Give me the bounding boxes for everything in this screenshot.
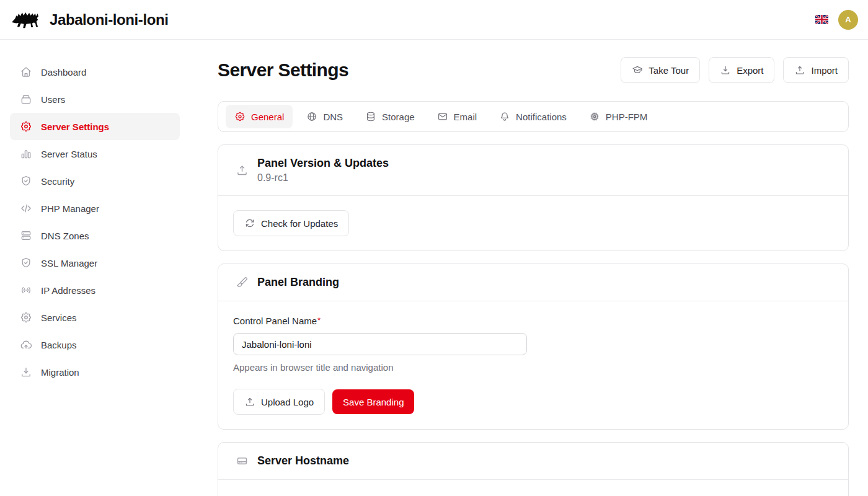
server-hostname-card: Server Hostname Hostname* — [218, 442, 849, 496]
sidebar-item-label: Services — [41, 312, 77, 323]
refresh-icon — [244, 218, 255, 229]
server-stack-icon — [20, 229, 32, 242]
sidebar-item-dns-zones[interactable]: DNS Zones — [10, 222, 180, 249]
home-icon — [20, 66, 32, 78]
sidebar-item-server-status[interactable]: Server Status — [10, 140, 180, 167]
card-title: Server Hostname — [257, 454, 349, 467]
sidebar-item-label: DNS Zones — [41, 231, 89, 241]
cloud-upload-icon — [20, 339, 32, 351]
graduation-cap-icon — [632, 64, 643, 76]
sidebar-item-label: Server Settings — [41, 122, 109, 132]
tab-notifications[interactable]: Notifications — [490, 105, 575, 128]
gear-icon — [20, 311, 32, 324]
user-avatar[interactable]: A — [838, 10, 858, 30]
control-panel-name-input[interactable] — [233, 333, 527, 355]
upload-tray-icon — [244, 396, 255, 407]
sidebar-item-migration[interactable]: Migration — [10, 358, 180, 386]
broadcast-icon — [20, 284, 32, 296]
check-for-updates-button[interactable]: Check for Updates — [233, 210, 349, 236]
sidebar-item-server-settings[interactable]: Server Settings — [10, 113, 180, 140]
top-bar: Jabaloni-loni-loni A — [0, 0, 868, 40]
shield-check-icon — [20, 175, 32, 187]
database-icon — [365, 111, 376, 122]
upload-tray-icon — [236, 164, 249, 177]
sidebar-item-label: IP Addresses — [41, 285, 95, 296]
hard-drive-icon — [236, 454, 249, 467]
sidebar: DashboardUsersServer SettingsServer Stat… — [0, 40, 190, 496]
uk-flag-icon[interactable] — [815, 15, 828, 24]
boar-logo-icon — [10, 7, 42, 32]
sidebar-item-label: PHP Manager — [41, 203, 99, 214]
control-panel-name-label: Control Panel Name* — [233, 316, 321, 326]
sidebar-item-ssl-manager[interactable]: SSL Manager — [10, 249, 180, 277]
tab-storage[interactable]: Storage — [356, 105, 423, 128]
card-title: Panel Version & Updates — [257, 157, 389, 170]
sidebar-item-label: SSL Manager — [41, 258, 97, 268]
take-tour-button[interactable]: Take Tour — [621, 57, 700, 83]
download-tray-icon — [720, 64, 731, 76]
sidebar-item-php-manager[interactable]: PHP Manager — [10, 195, 180, 222]
sidebar-item-security[interactable]: Security — [10, 167, 180, 195]
upload-logo-button[interactable]: Upload Logo — [233, 389, 325, 415]
save-branding-button[interactable]: Save Branding — [332, 389, 414, 414]
bell-icon — [499, 111, 510, 122]
page-actions: Take TourExportImport — [621, 57, 849, 83]
tab-email[interactable]: Email — [428, 105, 486, 128]
sidebar-item-label: Migration — [41, 367, 79, 378]
sidebar-item-dashboard[interactable]: Dashboard — [10, 58, 180, 86]
card-title: Panel Branding — [257, 276, 339, 289]
export-button[interactable]: Export — [709, 57, 774, 83]
sidebar-item-label: Backups — [41, 340, 77, 350]
page-title: Server Settings — [218, 60, 348, 81]
archive-box-icon — [20, 93, 32, 105]
sidebar-item-services[interactable]: Services — [10, 304, 180, 331]
gear-icon — [20, 120, 32, 133]
code-icon — [20, 202, 32, 215]
download-tray-icon — [20, 366, 32, 378]
control-panel-name-help: Appears in browser title and navigation — [233, 362, 833, 373]
main-content: Server Settings Take TourExportImport Ge… — [190, 40, 868, 496]
sidebar-item-users[interactable]: Users — [10, 86, 180, 113]
sidebar-item-label: Server Status — [41, 149, 97, 159]
panel-version-value: 0.9-rc1 — [257, 172, 389, 184]
tab-general[interactable]: General — [226, 105, 293, 128]
envelope-icon — [437, 111, 448, 122]
import-button[interactable]: Import — [783, 57, 849, 83]
sidebar-item-label: Security — [41, 176, 74, 187]
brand-title: Jabaloni-loni-loni — [50, 11, 168, 29]
sidebar-item-ip-addresses[interactable]: IP Addresses — [10, 277, 180, 304]
tab-php-fpm[interactable]: PHP-FPM — [580, 105, 657, 128]
panel-branding-card: Panel Branding Control Panel Name* Appea… — [218, 264, 849, 430]
shield-check-icon — [20, 257, 32, 269]
required-mark: * — [317, 316, 321, 325]
sidebar-item-backups[interactable]: Backups — [10, 331, 180, 358]
gear-icon — [234, 111, 246, 122]
paintbrush-icon — [236, 276, 249, 289]
globe-icon — [306, 111, 317, 122]
upload-tray-icon — [794, 64, 805, 76]
sidebar-item-label: Dashboard — [41, 67, 86, 78]
tab-dns[interactable]: DNS — [298, 105, 352, 128]
settings-tabs: GeneralDNSStorageEmailNotificationsPHP-F… — [218, 101, 849, 132]
panel-version-card: Panel Version & Updates 0.9-rc1 Check fo… — [218, 144, 849, 251]
bar-chart-icon — [20, 148, 32, 160]
cpu-icon — [589, 111, 600, 122]
sidebar-item-label: Users — [41, 94, 65, 105]
